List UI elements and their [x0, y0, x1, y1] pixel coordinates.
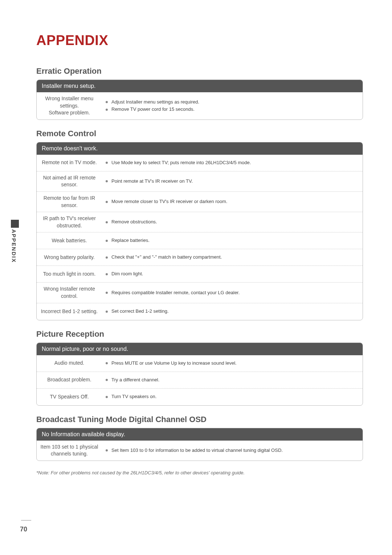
- bullet-icon: [106, 101, 108, 103]
- bullet-icon: [106, 379, 108, 381]
- bullet-line: Set correct Bed 1-2 setting.: [106, 308, 359, 315]
- bullet-line: Move remote closer to TV's IR receiver o…: [106, 198, 359, 206]
- row-content: Turn TV speakers on.: [102, 390, 363, 404]
- bullet-text: Requires compatible Installer remote, co…: [111, 289, 240, 297]
- table-row: Audio muted.Press MUTE or use Volume Up …: [37, 355, 363, 372]
- bullet-icon: [106, 109, 108, 111]
- row-content: Try a different channel.: [102, 373, 363, 387]
- section-heading: Broadcast Tuning Mode Digital Channel OS…: [36, 415, 363, 424]
- row-content: Use Mode key to select TV; puts remote i…: [102, 156, 363, 170]
- bullet-line: Requires compatible Installer remote, co…: [106, 289, 359, 297]
- row-content: Requires compatible Installer remote, co…: [102, 286, 363, 300]
- panel: Remote doesn't work.Remote not in TV mod…: [36, 142, 363, 320]
- divider-line: [21, 520, 31, 520]
- bullet-line: Set Item 103 to 0 for information to be …: [106, 447, 359, 454]
- tab-marker: [11, 220, 19, 228]
- table-row: Wrong battery polarity.Check that "+" an…: [37, 249, 363, 266]
- bullet-icon: [106, 362, 108, 364]
- bullet-line: Point remote at TV's IR receiver on TV.: [106, 178, 359, 185]
- bullet-text: Set correct Bed 1-2 setting.: [111, 308, 169, 315]
- row-content: Adjust Installer menu settings as requir…: [102, 96, 363, 117]
- table-row: TV Speakers Off.Turn TV speakers on.: [37, 389, 363, 405]
- table-row: Too much light in room.Dim room light.: [37, 266, 363, 283]
- row-label: Remote not in TV mode.: [37, 156, 102, 169]
- bullet-icon: [106, 256, 108, 259]
- bullet-text: Try a different channel.: [111, 376, 159, 384]
- bullet-icon: [106, 201, 108, 203]
- section-heading: Remote Control: [36, 129, 363, 138]
- bullet-line: Adjust Installer menu settings as requir…: [106, 98, 359, 106]
- row-content: Press MUTE or use Volume Up key to incre…: [102, 357, 363, 370]
- footnote: *Note: For other problems not caused by …: [36, 470, 363, 475]
- bullet-text: Move remote closer to TV's IR receiver o…: [111, 198, 227, 206]
- row-label: Incorrect Bed 1-2 setting.: [37, 305, 102, 318]
- row-content: Move remote closer to TV's IR receiver o…: [102, 195, 363, 208]
- bullet-line: Try a different channel.: [106, 376, 359, 384]
- bullet-line: Replace batteries.: [106, 237, 359, 244]
- table-row: Broadcast problem.Try a different channe…: [37, 372, 363, 389]
- page-title: APPENDIX: [36, 33, 363, 48]
- table-row: Not aimed at IR remote sensor.Point remo…: [37, 171, 363, 192]
- row-label: Wrong Installer remote control.: [37, 283, 102, 303]
- panel-head: Normal picture, poor or no sound.: [37, 343, 363, 355]
- panel-head: Installer menu setup.: [37, 80, 363, 92]
- row-label: Remote too far from IR sensor.: [37, 192, 102, 212]
- panel: No Information available display.Item 10…: [36, 428, 363, 461]
- table-row: Wrong Installer remote control.Requires …: [37, 283, 363, 303]
- row-content: Remove obstructions.: [102, 215, 363, 229]
- bullet-text: Press MUTE or use Volume Up key to incre…: [111, 360, 237, 367]
- bullet-line: Use Mode key to select TV; puts remote i…: [106, 159, 359, 167]
- table-row: Weak batteries.Replace batteries.: [37, 232, 363, 249]
- table-row: IR path to TV's receiver obstructed.Remo…: [37, 212, 363, 232]
- bullet-icon: [106, 311, 108, 313]
- row-label: TV Speakers Off.: [37, 390, 102, 404]
- bullet-text: Remove TV power cord for 15 seconds.: [111, 106, 195, 113]
- bullet-text: Check that "+" and "-" match in battery …: [111, 254, 222, 261]
- bullet-line: Dim room light.: [106, 270, 359, 278]
- panel: Normal picture, poor or no sound.Audio m…: [36, 343, 363, 406]
- bullet-line: Remove TV power cord for 15 seconds.: [106, 106, 359, 113]
- row-label: Broadcast problem.: [37, 373, 102, 386]
- row-label: Not aimed at IR remote sensor.: [37, 171, 102, 191]
- bullet-text: Remove obstructions.: [111, 218, 157, 226]
- row-label: Too much light in room.: [37, 268, 102, 281]
- bullet-icon: [106, 292, 108, 294]
- table-row: Incorrect Bed 1-2 setting.Set correct Be…: [37, 303, 363, 320]
- table-row: Remote not in TV mode.Use Mode key to se…: [37, 155, 363, 171]
- panel-head: No Information available display.: [37, 428, 363, 441]
- page-number: 70: [20, 526, 27, 533]
- bullet-icon: [106, 273, 108, 275]
- bullet-line: Check that "+" and "-" match in battery …: [106, 254, 359, 261]
- row-label: Item 103 set to 1 physical channels tuni…: [37, 441, 102, 461]
- panel-head: Remote doesn't work.: [37, 142, 363, 155]
- table-row: Wrong Installer menu settings.Software p…: [37, 92, 363, 119]
- sidebar-label: APPENDIX: [11, 229, 17, 263]
- bullet-line: Remove obstructions.: [106, 218, 359, 226]
- row-content: Check that "+" and "-" match in battery …: [102, 251, 363, 264]
- bullet-text: Adjust Installer menu settings as requir…: [111, 98, 199, 106]
- table-row: Remote too far from IR sensor.Move remot…: [37, 192, 363, 212]
- row-label: Audio muted.: [37, 357, 102, 370]
- section-heading: Picture Reception: [36, 329, 363, 339]
- bullet-icon: [106, 162, 108, 164]
- bullet-line: Press MUTE or use Volume Up key to incre…: [106, 360, 359, 367]
- bullet-line: Turn TV speakers on.: [106, 393, 359, 401]
- bullet-icon: [106, 240, 108, 242]
- bullet-icon: [106, 221, 108, 223]
- bullet-text: Replace batteries.: [111, 237, 150, 244]
- bullet-icon: [106, 449, 108, 451]
- bullet-icon: [106, 180, 108, 182]
- row-content: Set correct Bed 1-2 setting.: [102, 305, 363, 318]
- bullet-text: Point remote at TV's IR receiver on TV.: [111, 178, 193, 185]
- bullet-text: Set Item 103 to 0 for information to be …: [111, 447, 283, 454]
- row-content: Replace batteries.: [102, 234, 363, 247]
- bullet-text: Dim room light.: [111, 270, 143, 278]
- bullet-icon: [106, 396, 108, 398]
- row-content: Dim room light.: [102, 267, 363, 281]
- row-label: IR path to TV's receiver obstructed.: [37, 212, 102, 232]
- bullet-text: Turn TV speakers on.: [111, 393, 156, 401]
- table-row: Item 103 set to 1 physical channels tuni…: [37, 441, 363, 461]
- section-heading: Erratic Operation: [36, 66, 363, 76]
- row-content: Point remote at TV's IR receiver on TV.: [102, 175, 363, 188]
- sidebar-tab: APPENDIX: [11, 220, 19, 278]
